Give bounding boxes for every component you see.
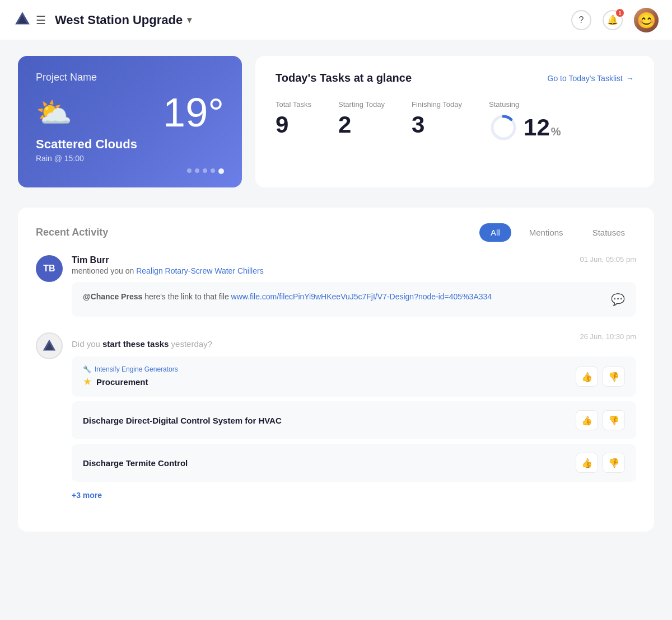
task-actions-hvac: 👍 👎 <box>576 410 625 430</box>
system-activity-top: Did you start these tasks yesterday? 26 … <box>72 332 636 349</box>
stat-value-starting: 2 <box>338 113 385 137</box>
user-avatar-tb: TB <box>36 255 63 282</box>
message-bold: @Chance Press <box>83 292 142 301</box>
weather-card: Project Name ⛅ 19° Scattered Clouds Rain… <box>18 56 242 187</box>
system-text-bold: start these tasks <box>102 339 169 349</box>
task-actions-termite: 👍 👎 <box>576 453 625 473</box>
activity-message-text: @Chance Press here's the link to that fi… <box>83 291 492 303</box>
thumbs-up-button[interactable]: 👍 <box>576 367 598 387</box>
system-text-pre: Did you <box>72 339 102 349</box>
tasks-title: Today's Tasks at a glance <box>276 72 412 84</box>
weather-dot-5[interactable] <box>218 168 224 174</box>
cards-row: Project Name ⛅ 19° Scattered Clouds Rain… <box>18 56 654 187</box>
notifications-button[interactable]: 🔔 1 <box>603 10 623 30</box>
system-activity-content: Did you start these tasks yesterday? 26 … <box>72 332 636 500</box>
avatar-initials: TB <box>43 264 55 274</box>
bell-icon: 🔔 <box>607 15 618 25</box>
star-icon: ★ <box>83 375 92 388</box>
activity-title: Recent Activity <box>36 227 108 238</box>
activity-section: Recent Activity All Mentions Statuses TB… <box>18 208 654 532</box>
avatar-image <box>634 8 659 32</box>
statusing-percent: 12 <box>524 116 550 139</box>
stat-label-starting: Starting Today <box>338 100 385 109</box>
thumbs-up-button-hvac[interactable]: 👍 <box>576 410 598 430</box>
donut-chart <box>489 113 518 142</box>
go-to-tasklist-link[interactable]: Go to Today's Tasklist → <box>548 74 634 83</box>
weather-dot-2[interactable] <box>195 168 199 173</box>
statusing-area: 12 % <box>489 113 561 142</box>
filter-mentions-button[interactable]: Mentions <box>518 223 575 242</box>
avatar[interactable] <box>634 8 659 32</box>
thumbs-up-button-termite[interactable]: 👍 <box>576 453 598 473</box>
weather-dots <box>187 168 224 174</box>
activity-item-system: Did you start these tasks yesterday? 26 … <box>36 332 636 500</box>
tasks-stats: Total Tasks 9 Starting Today 2 Finishing… <box>276 100 634 142</box>
activity-top: Tim Burr mentioned you on Realign Rotary… <box>72 255 636 275</box>
system-text-post: yesterday? <box>169 339 212 349</box>
activity-item-content: Tim Burr mentioned you on Realign Rotary… <box>72 255 636 317</box>
thumbs-down-button-hvac[interactable]: 👎 <box>603 410 625 430</box>
project-title: West Station Upgrade <box>55 13 183 27</box>
statusing-percent-sign: % <box>551 125 561 138</box>
task-actions: 👍 👎 <box>576 367 625 387</box>
menu-icon[interactable]: ☰ <box>36 13 46 27</box>
chevron-down-icon[interactable]: ▾ <box>187 15 192 25</box>
tasklist-link-label: Go to Today's Tasklist <box>548 74 623 83</box>
filter-all-button[interactable]: All <box>479 223 511 242</box>
thumbs-down-button-termite[interactable]: 👎 <box>603 453 625 473</box>
help-button[interactable]: ? <box>571 10 591 30</box>
thumbs-down-button[interactable]: 👎 <box>603 367 625 387</box>
task-icon: 🔧 <box>83 365 91 373</box>
more-tasks-link[interactable]: +3 more <box>72 491 102 500</box>
task-card-left-hvac: Discharge Direct-Digital Control System … <box>83 416 282 425</box>
activity-action-text: mentioned you on <box>72 266 136 275</box>
system-activity-text: Did you start these tasks yesterday? <box>72 332 212 349</box>
stat-finishing-today: Finishing Today 3 <box>412 100 462 142</box>
weather-temperature: 19° <box>163 92 224 133</box>
task-name: Procurement <box>96 377 148 387</box>
weather-main: ⛅ 19° <box>36 92 224 133</box>
activity-filters: All Mentions Statuses <box>479 223 636 242</box>
task-card-termite: Discharge Termite Control 👍 👎 <box>72 444 636 482</box>
arrow-right-icon: → <box>626 74 634 83</box>
task-name-termite: Discharge Termite Control <box>83 458 188 468</box>
weather-dot-4[interactable] <box>211 168 215 173</box>
help-icon: ? <box>579 15 584 25</box>
header-actions: ? 🔔 1 <box>571 8 659 32</box>
task-meta-label: Intensify Engine Generators <box>95 365 178 373</box>
stat-total-tasks: Total Tasks 9 <box>276 100 311 142</box>
activity-item-mention: TB Tim Burr mentioned you on Realign Rot… <box>36 255 636 317</box>
weather-rain: Rain @ 15:00 <box>36 154 224 163</box>
filter-statuses-button[interactable]: Statuses <box>581 223 636 242</box>
page-title: West Station Upgrade ▾ <box>55 13 192 27</box>
stat-label-total: Total Tasks <box>276 100 311 109</box>
activity-message-box: @Chance Press here's the link to that fi… <box>72 282 636 317</box>
activity-username: Tim Burr <box>72 255 264 265</box>
stat-starting-today: Starting Today 2 <box>338 100 385 142</box>
task-card-left-termite: Discharge Termite Control <box>83 458 188 468</box>
message-file-link[interactable]: www.file.com/filecPinYi9wHKeeVuJ5c7FjI/V… <box>231 292 492 301</box>
main-content: Project Name ⛅ 19° Scattered Clouds Rain… <box>0 40 672 547</box>
message-text: here's the link to that file <box>142 292 231 301</box>
header: ☰ West Station Upgrade ▾ ? 🔔 1 <box>0 0 672 40</box>
chat-icon[interactable]: 💬 <box>611 291 625 308</box>
task-card-hvac: Discharge Direct-Digital Control System … <box>72 401 636 439</box>
notification-badge: 1 <box>616 9 624 17</box>
activity-task-link[interactable]: Realign Rotary-Screw Water Chillers <box>136 266 263 275</box>
stat-statusing: Statusing 12 % <box>489 100 561 142</box>
weather-dot-3[interactable] <box>203 168 207 173</box>
system-timestamp: 26 Jun, 10:30 pm <box>580 332 636 341</box>
weather-dot-1[interactable] <box>187 168 192 173</box>
task-cards-list: 🔧 Intensify Engine Generators ★ Procurem… <box>72 356 636 482</box>
activity-user-info: Tim Burr mentioned you on Realign Rotary… <box>72 255 264 275</box>
stat-label-statusing: Statusing <box>489 100 561 109</box>
weather-condition: Scattered Clouds <box>36 137 224 152</box>
tasks-card: Today's Tasks at a glance Go to Today's … <box>255 56 654 187</box>
weather-icon: ⛅ <box>36 98 72 127</box>
task-name-hvac: Discharge Direct-Digital Control System … <box>83 416 282 425</box>
system-avatar <box>36 332 63 359</box>
stat-value-finishing: 3 <box>412 113 462 137</box>
task-card-left: 🔧 Intensify Engine Generators ★ Procurem… <box>83 365 178 388</box>
stat-value-total: 9 <box>276 113 311 137</box>
stat-label-finishing: Finishing Today <box>412 100 462 109</box>
